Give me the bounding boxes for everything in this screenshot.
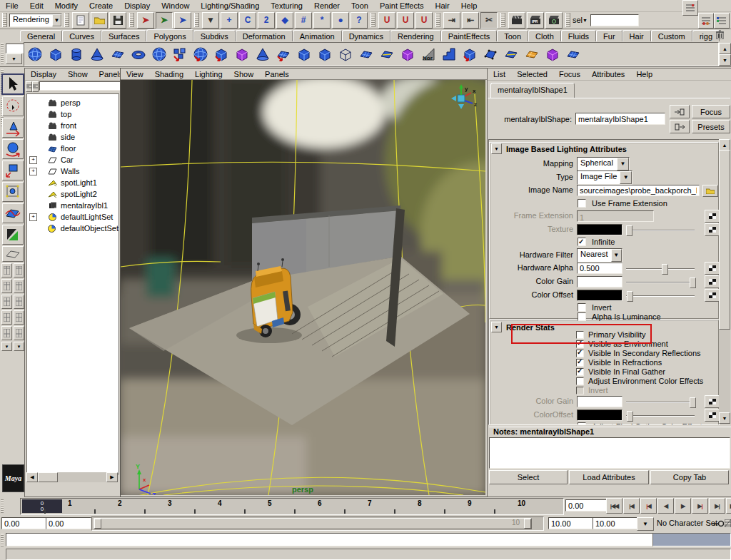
load-attributes-button[interactable]: Load Attributes — [569, 470, 649, 484]
frame-extension-map-button[interactable] — [705, 210, 720, 223]
shelf-scroll-down-button[interactable]: ▼ — [719, 54, 731, 66]
rounded-cube-icon[interactable] — [459, 44, 480, 65]
outliner-menu-display[interactable]: Display — [25, 69, 62, 79]
rs-color-gain-swatch[interactable] — [577, 396, 622, 407]
shelf-tab-surfaces[interactable]: Surfaces — [101, 30, 146, 41]
color-offset-swatch[interactable] — [577, 290, 622, 301]
toggle-channel-box-button[interactable] — [714, 13, 730, 29]
ae-menu-list[interactable]: List — [488, 69, 511, 79]
select-button[interactable]: Select — [489, 470, 568, 484]
outliner-item-floor[interactable]: floor — [27, 143, 119, 154]
play-forwards-button[interactable]: ▶ — [675, 498, 691, 514]
ae-vscrollbar[interactable]: ▲ ▼ — [719, 139, 730, 424]
poly-sphere-icon[interactable] — [24, 44, 45, 65]
outliner-filter-button-b[interactable] — [32, 81, 39, 92]
shelf-menu-button[interactable]: ▼ — [6, 54, 22, 64]
scale-tool-button[interactable] — [2, 161, 24, 180]
shelf-tab-curves[interactable]: Curves — [62, 30, 101, 41]
construction-history-toggle-button[interactable]: ✂ — [480, 12, 498, 29]
layout-menu-button[interactable]: ▼ — [1, 342, 12, 351]
shelf-scroll-up-button[interactable]: ▲ — [719, 43, 731, 54]
color-offset-map-button[interactable] — [705, 289, 720, 302]
shelf-tab-general[interactable]: General — [20, 30, 62, 41]
snap-to-curves-button[interactable]: C — [239, 12, 256, 29]
shelf-tab-painteffects[interactable]: PaintEffects — [441, 30, 498, 41]
main-menu-lighting-shading[interactable]: Lighting/Shading — [195, 1, 265, 11]
poly-plane-icon[interactable] — [107, 44, 128, 65]
layout-preset-button[interactable] — [1, 263, 12, 278]
normals-icon[interactable]: Nor — [418, 44, 438, 65]
viewport-menu-show[interactable]: Show — [228, 69, 260, 79]
create-poly-tool-icon[interactable] — [169, 44, 190, 65]
shelf-tab-polygons[interactable]: Polygons — [146, 29, 193, 41]
soft-mod-tool-button[interactable] — [2, 203, 24, 223]
main-menu-window[interactable]: Window — [156, 1, 195, 11]
render-globals-button[interactable] — [545, 12, 563, 29]
notes-textarea[interactable] — [489, 437, 730, 469]
outliner-item-spotlight2[interactable]: spotLight2 — [27, 188, 119, 200]
main-menu-texturing[interactable]: Texturing — [265, 1, 308, 11]
poly-cylinder-icon[interactable] — [66, 44, 86, 65]
color-offset-slider[interactable] — [625, 290, 696, 301]
step-back-frame-button[interactable]: |◀ — [640, 498, 657, 514]
ae-menu-help[interactable]: Help — [630, 69, 658, 79]
hardware-alpha-map-button[interactable] — [705, 262, 720, 275]
outliner-filter-button-a[interactable] — [26, 81, 32, 92]
outliner-menu-show[interactable]: Show — [62, 69, 94, 79]
shelf-tab-dynamics[interactable]: Dynamics — [342, 30, 390, 41]
visible-in-secondary-reflections-checkbox[interactable] — [576, 350, 584, 357]
scroll-up-icon[interactable]: ▲ — [719, 139, 730, 151]
go-to-start-button[interactable]: |◀◀ — [606, 498, 622, 514]
visible-in-final-gather-checkbox[interactable] — [576, 368, 584, 376]
playback-start-field[interactable] — [46, 517, 91, 529]
texture-slider[interactable] — [625, 225, 696, 235]
outliner-item-defaultobjectset[interactable]: defaultObjectSet — [27, 223, 119, 234]
rs-color-offset-swatch[interactable] — [577, 409, 622, 421]
poly-sphere-smooth-icon[interactable] — [148, 44, 169, 65]
viewport-menu-lighting[interactable]: Lighting — [189, 69, 228, 79]
selection-mask-menu-button[interactable]: ▼ — [202, 12, 219, 29]
universal-manipulator-tool-button[interactable] — [2, 182, 24, 202]
select-by-hierarchy-button[interactable]: ➤ — [137, 12, 154, 29]
copy-tab-button[interactable]: Copy Tab — [650, 470, 729, 484]
layout-preset-button[interactable] — [14, 263, 24, 278]
shelf-tab-fur[interactable]: Fur — [596, 30, 622, 41]
show-output-connections-button[interactable] — [670, 120, 690, 133]
rotate-tool-button[interactable] — [2, 139, 24, 159]
animation-start-field[interactable] — [1, 517, 47, 529]
main-menu-file[interactable]: File — [0, 1, 24, 11]
outliner-item-car[interactable]: +Car — [27, 154, 119, 166]
color-gain-slider[interactable] — [625, 277, 696, 287]
scroll-right-icon[interactable]: ▶ — [106, 472, 118, 482]
step-forward-key-button[interactable]: ▶| — [709, 498, 725, 514]
layout-preset-button[interactable] — [14, 279, 24, 293]
snap-magnet-point-button[interactable]: U — [378, 12, 395, 29]
snap-together-button[interactable]: * — [313, 12, 331, 29]
select-by-object-type-button[interactable]: ➤ — [156, 12, 173, 29]
outliner-item-defaultlightset[interactable]: +defaultLightSet — [27, 211, 119, 223]
main-menu-hair[interactable]: Hair — [429, 1, 455, 11]
main-menu-modify[interactable]: Modify — [49, 1, 84, 11]
main-menu-display[interactable]: Display — [119, 1, 156, 11]
subdiv-proxy-icon[interactable] — [231, 44, 252, 65]
rs-color-offset-slider[interactable] — [625, 410, 696, 421]
expand-icon[interactable]: + — [29, 156, 37, 164]
outliner-item-side[interactable]: side — [27, 131, 119, 143]
scroll-thumb[interactable] — [38, 472, 58, 482]
presets-button[interactable]: Presets — [692, 120, 730, 133]
hardware-alpha-field[interactable] — [577, 263, 622, 274]
collapse-render-stats-button[interactable]: ▼ — [491, 322, 502, 332]
shelf-tab-cloth[interactable]: Cloth — [528, 30, 561, 41]
shelf-tab-fluids[interactable]: Fluids — [561, 30, 596, 41]
playback-end-field[interactable] — [548, 517, 594, 529]
snap-to-view-planes-button[interactable]: ◆ — [276, 12, 293, 29]
expand-icon[interactable]: + — [29, 168, 37, 175]
toggle-attribute-editor-button[interactable] — [682, 0, 698, 16]
range-slider-bar[interactable]: 10 — [94, 518, 532, 529]
sel-dropdown-icon[interactable]: ▼ — [583, 18, 588, 23]
object-mode-button[interactable]: ● — [332, 12, 349, 29]
play-backwards-button[interactable]: ◀ — [657, 498, 674, 514]
adjust-final-gather-checkbox[interactable] — [578, 422, 586, 425]
ae-menu-focus[interactable]: Focus — [553, 69, 586, 79]
shelf-tab-hair[interactable]: Hair — [622, 30, 651, 41]
